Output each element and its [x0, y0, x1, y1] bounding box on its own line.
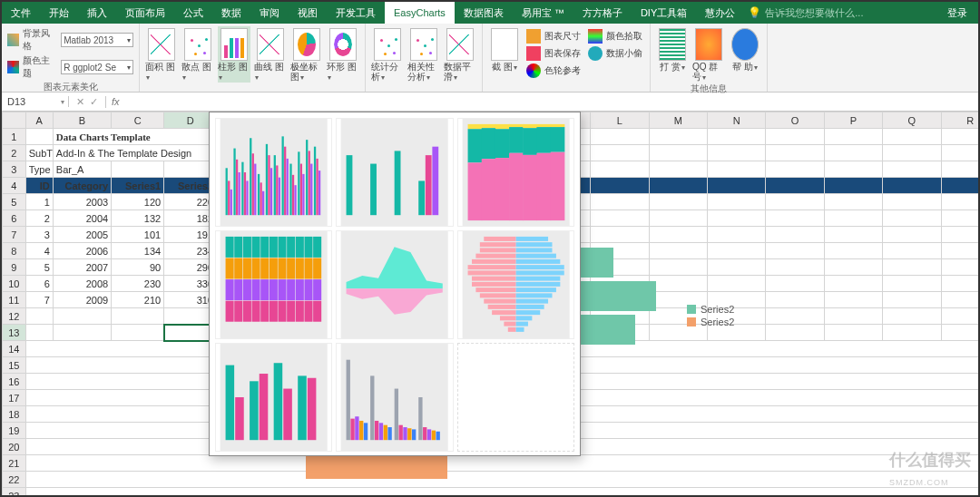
color-theme-select[interactable]: R ggplot2 Se [61, 60, 133, 74]
menu-tab-formula[interactable]: 公式 [174, 2, 212, 24]
svg-rect-25 [230, 190, 232, 215]
gallery-item-thin-bars[interactable] [215, 343, 332, 452]
help-button[interactable]: 帮 助 [729, 26, 761, 83]
menu-tab-datachart[interactable]: 数据图表 [455, 2, 513, 24]
ring-chart-button[interactable]: 环形 图 [327, 26, 359, 83]
gallery-item-wide-bars[interactable] [336, 118, 453, 227]
svg-rect-166 [419, 397, 423, 440]
data-thief-button[interactable]: 数据小偷 [586, 45, 644, 62]
qq-button[interactable]: QQ 群号 [692, 26, 725, 83]
gallery-item-stacked100[interactable] [457, 118, 574, 227]
svg-rect-2 [233, 149, 235, 216]
menu-tab-dev[interactable]: 开发工具 [327, 2, 385, 24]
color-wheel-button[interactable]: 色轮参考 [524, 63, 583, 79]
svg-rect-126 [472, 277, 516, 281]
svg-rect-173 [404, 427, 407, 440]
fx-cancel-icon[interactable]: ✕ [76, 96, 84, 108]
menu-tab-view[interactable]: 视图 [289, 2, 327, 24]
svg-rect-51 [467, 124, 482, 129]
svg-rect-13 [228, 180, 230, 215]
svg-rect-104 [304, 279, 312, 300]
svg-rect-91 [287, 258, 295, 279]
chart-save-button[interactable]: 图表保存 [524, 45, 583, 62]
area-chart-button[interactable]: 面积 图 [145, 26, 178, 83]
eyedropper-icon [588, 29, 603, 44]
correlation-button[interactable]: 相关性 分析 [407, 26, 440, 83]
color-theme-icon [7, 61, 19, 73]
qq-icon [695, 28, 722, 61]
svg-rect-129 [479, 293, 515, 297]
svg-rect-143 [515, 277, 560, 281]
login-button[interactable]: 登录 [936, 6, 978, 20]
svg-rect-98 [252, 279, 260, 300]
svg-rect-168 [375, 421, 378, 440]
fx-confirm-icon[interactable]: ✓ [90, 96, 98, 108]
menu-tab-yiyong[interactable]: 易用宝 ™ [513, 2, 573, 24]
chart-legend: Series2 Series2 [687, 302, 734, 329]
svg-rect-89 [270, 258, 278, 279]
background-style-icon [7, 34, 19, 46]
tell-me-hint[interactable]: 告诉我您想要做什么... [765, 6, 863, 20]
fx-icon[interactable]: fx [106, 96, 125, 107]
menu-tab-file[interactable]: 文件 [2, 2, 40, 24]
menu-tab-data[interactable]: 数据 [212, 2, 250, 24]
svg-rect-179 [364, 423, 368, 440]
svg-rect-151 [515, 322, 527, 326]
chart-gallery-dropdown[interactable] [209, 112, 581, 456]
svg-rect-59 [495, 158, 510, 220]
svg-rect-28 [254, 164, 256, 216]
svg-rect-116 [313, 301, 321, 322]
svg-rect-122 [475, 254, 515, 258]
svg-rect-81 [296, 237, 304, 258]
menu-tab-review[interactable]: 审阅 [250, 2, 289, 24]
svg-rect-138 [515, 248, 552, 252]
chart-size-button[interactable]: 图表尺寸 [524, 28, 583, 44]
svg-rect-163 [347, 360, 350, 441]
svg-rect-87 [252, 258, 260, 279]
menu-tab-easycharts[interactable]: EasyCharts [385, 2, 455, 24]
svg-rect-10 [298, 151, 299, 215]
svg-rect-41 [419, 180, 426, 215]
bg-style-select[interactable]: Matlab 2013 [61, 33, 133, 47]
svg-rect-12 [314, 147, 316, 216]
menu-tab-fangfang[interactable]: 方方格子 [573, 2, 632, 24]
gallery-item-diverging-area[interactable] [336, 230, 453, 339]
svg-rect-140 [515, 259, 560, 264]
svg-rect-4 [250, 138, 251, 215]
bar-chart-button[interactable]: 柱形 图 [218, 26, 250, 83]
svg-rect-23 [309, 151, 310, 215]
resize-icon [526, 29, 541, 44]
menu-tab-insert[interactable]: 插入 [78, 2, 116, 24]
svg-rect-31 [279, 178, 280, 216]
polar-chart-button[interactable]: 极坐标 图 [290, 26, 323, 83]
screenshot-button[interactable]: 截 图 [488, 26, 521, 80]
name-box[interactable]: D13 [2, 96, 69, 107]
svg-rect-68 [536, 153, 551, 220]
line-chart-button[interactable]: 曲线 图 [254, 26, 287, 83]
svg-rect-1 [226, 168, 228, 215]
menu-tab-home[interactable]: 开始 [40, 2, 78, 24]
svg-rect-3 [241, 162, 243, 216]
color-pick-button[interactable]: 颜色拾取 [586, 28, 644, 44]
menu-tab-huiban[interactable]: 慧办公 [696, 2, 744, 24]
svg-rect-165 [395, 389, 398, 441]
gallery-item-pyramid[interactable] [457, 230, 574, 339]
gallery-item-cluster-bars[interactable] [215, 118, 332, 227]
formula-input[interactable] [125, 93, 978, 111]
gallery-item-heatmap[interactable] [215, 230, 332, 339]
svg-rect-92 [296, 258, 304, 279]
donate-button[interactable]: 打 赏 [656, 26, 689, 83]
svg-rect-7 [274, 155, 276, 215]
svg-rect-96 [234, 279, 242, 300]
gallery-item-grouped-grey[interactable] [336, 343, 453, 452]
menu-tab-layout[interactable]: 页面布局 [116, 2, 174, 24]
menu-tab-diy[interactable]: DIY工具箱 [632, 2, 696, 24]
smoothing-button[interactable]: 数据平 滑 [444, 26, 476, 83]
scatter-chart-button[interactable]: 散点 图 [181, 26, 214, 83]
svg-rect-130 [484, 299, 515, 304]
stat-analysis-button[interactable]: 统计分 析 [371, 26, 404, 83]
svg-rect-63 [523, 124, 537, 128]
svg-rect-86 [243, 258, 251, 279]
svg-rect-157 [298, 375, 307, 440]
svg-rect-14 [236, 160, 238, 215]
